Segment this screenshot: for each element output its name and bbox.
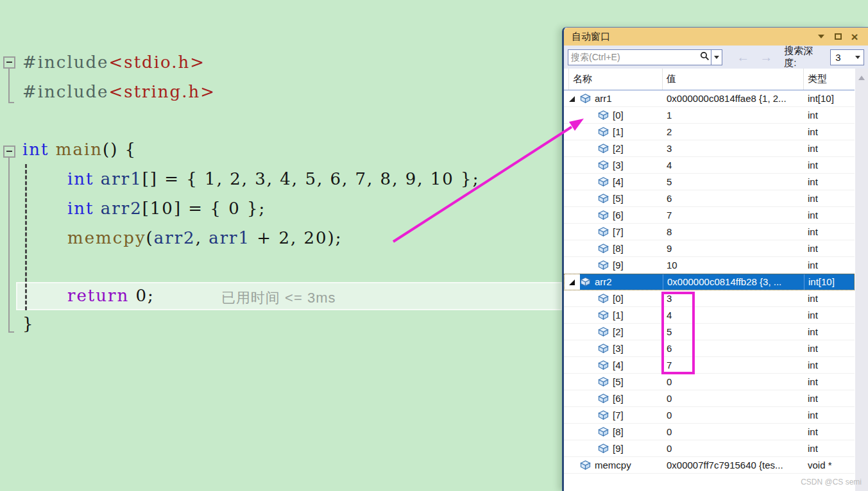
column-header-value[interactable]: 值 [663, 69, 804, 90]
column-header-type[interactable]: 类型 [804, 69, 851, 90]
variable-row[interactable]: [1] 4 int [564, 307, 855, 324]
variable-value[interactable]: 0x000000c0814ffae8 {1, 2... [663, 90, 804, 106]
grid-header: 名称 值 类型 [564, 69, 855, 90]
variable-row[interactable]: [3] 6 int [564, 340, 855, 357]
back-arrow-icon[interactable]: ← [736, 51, 749, 63]
expander-icon[interactable] [568, 462, 576, 469]
variable-row[interactable]: [3] 4 int [564, 157, 855, 174]
variable-row[interactable]: [8] 9 int [564, 240, 855, 257]
variable-value[interactable]: 0 [663, 374, 804, 390]
variable-box-icon [580, 277, 591, 287]
expander-icon[interactable] [568, 278, 576, 286]
variable-row[interactable]: [0] 1 int [564, 107, 855, 124]
close-icon[interactable]: × [846, 29, 863, 44]
variable-value[interactable]: 6 [663, 340, 804, 356]
variable-name: [2] [613, 326, 624, 337]
variable-value[interactable]: 4 [663, 307, 804, 323]
variable-row[interactable]: [5] 6 int [564, 190, 855, 207]
variable-value[interactable]: 0x000000c0814ffb28 {3, ... [663, 274, 804, 290]
gutter-column [564, 69, 569, 90]
variable-row[interactable]: [5] 0 int [564, 374, 855, 390]
autos-titlebar[interactable]: 自动窗口 × [564, 28, 868, 46]
variable-name: [7] [613, 226, 624, 237]
search-icon[interactable] [700, 51, 710, 63]
variable-name: [5] [613, 376, 624, 387]
search-depth-combo[interactable]: 3 [830, 49, 864, 65]
variable-name: arr2 [595, 276, 612, 287]
variable-box-icon [598, 244, 609, 253]
indent-guide [25, 164, 27, 310]
variable-box-icon [598, 360, 609, 370]
variable-row[interactable]: [1] 2 int [564, 124, 855, 140]
variable-value[interactable]: 4 [663, 157, 804, 173]
variable-value[interactable]: 0 [663, 440, 804, 456]
variable-row[interactable]: [8] 0 int [564, 424, 855, 440]
variable-row[interactable]: [7] 8 int [564, 224, 855, 240]
fold-collapse-icon[interactable] [3, 146, 15, 158]
variable-box-icon [580, 460, 591, 470]
variable-name: [7] [613, 410, 624, 420]
variable-row[interactable]: [6] 0 int [564, 390, 855, 407]
variable-name: [0] [613, 293, 624, 304]
variable-value[interactable]: 0x00007ff7c7915640 {tes... [663, 457, 804, 473]
variable-type: int[10] [804, 90, 855, 106]
variable-row[interactable]: [7] 0 int [564, 407, 855, 424]
variable-row[interactable]: arr2 0x000000c0814ffb28 {3, ... int[10] [564, 274, 855, 290]
search-box[interactable] [568, 49, 722, 65]
search-options-caret-icon[interactable] [711, 50, 722, 65]
search-input[interactable] [568, 52, 699, 62]
variable-value[interactable]: 0 [663, 407, 804, 423]
variable-name: [4] [613, 176, 624, 187]
variable-value[interactable]: 7 [663, 357, 804, 373]
maximize-icon[interactable] [830, 29, 846, 44]
variable-value[interactable]: 1 [663, 107, 804, 123]
variable-row[interactable]: arr1 0x000000c0814ffae8 {1, 2... int[10] [564, 90, 855, 107]
variable-type: int [804, 424, 855, 440]
autos-toolbar: ← → 搜索深度: 3 [564, 46, 868, 69]
variable-value[interactable]: 3 [663, 140, 804, 156]
variable-type: int [804, 340, 855, 356]
variable-type: int [804, 224, 855, 240]
expander-icon[interactable] [568, 95, 576, 103]
variable-value[interactable]: 8 [663, 224, 804, 240]
variable-row[interactable]: [4] 7 int [564, 357, 855, 374]
variable-row[interactable]: [9] 0 int [564, 440, 855, 457]
variable-value[interactable]: 6 [663, 190, 804, 206]
variable-type: int [804, 440, 855, 456]
variable-box-icon [598, 444, 609, 453]
variable-row[interactable]: [0] 3 int [564, 290, 855, 307]
variable-row[interactable]: memcpy 0x00007ff7c7915640 {tes... void * [564, 457, 855, 474]
variable-value[interactable]: 7 [663, 207, 804, 223]
variable-value[interactable]: 0 [663, 424, 804, 440]
variable-box-icon [598, 377, 609, 387]
variable-box-icon [598, 327, 609, 337]
vertical-scrollbar[interactable] [855, 69, 868, 491]
variable-name: [1] [613, 126, 624, 137]
variable-rows: arr1 0x000000c0814ffae8 {1, 2... int[10]… [564, 90, 855, 474]
variable-row[interactable]: [4] 5 int [564, 174, 855, 190]
variable-value[interactable]: 10 [663, 257, 804, 273]
fold-collapse-icon[interactable] [3, 56, 15, 69]
variable-value[interactable]: 0 [663, 390, 804, 406]
variable-type: int [804, 140, 855, 156]
variable-row[interactable]: [2] 5 int [564, 324, 855, 340]
variable-row[interactable]: [9] 10 int [564, 257, 855, 274]
variable-type: int [804, 290, 855, 306]
column-header-name[interactable]: 名称 [569, 69, 663, 90]
variable-type: void * [804, 457, 855, 473]
variable-value[interactable]: 3 [663, 290, 804, 306]
variable-row[interactable]: [2] 3 int [564, 140, 855, 157]
variable-type: int [804, 107, 855, 123]
variable-value[interactable]: 9 [663, 240, 804, 256]
variable-name: [6] [613, 393, 624, 404]
variable-value[interactable]: 5 [663, 174, 804, 190]
window-position-icon[interactable] [813, 29, 830, 44]
variable-name: [1] [613, 310, 624, 320]
variable-row[interactable]: [6] 7 int [564, 207, 855, 224]
forward-arrow-icon[interactable]: → [760, 51, 772, 63]
variable-value[interactable]: 5 [663, 324, 804, 340]
variable-name: [6] [613, 210, 624, 221]
fold-guide-line [8, 158, 10, 333]
variable-type: int [804, 207, 855, 223]
variable-value[interactable]: 2 [663, 124, 804, 140]
